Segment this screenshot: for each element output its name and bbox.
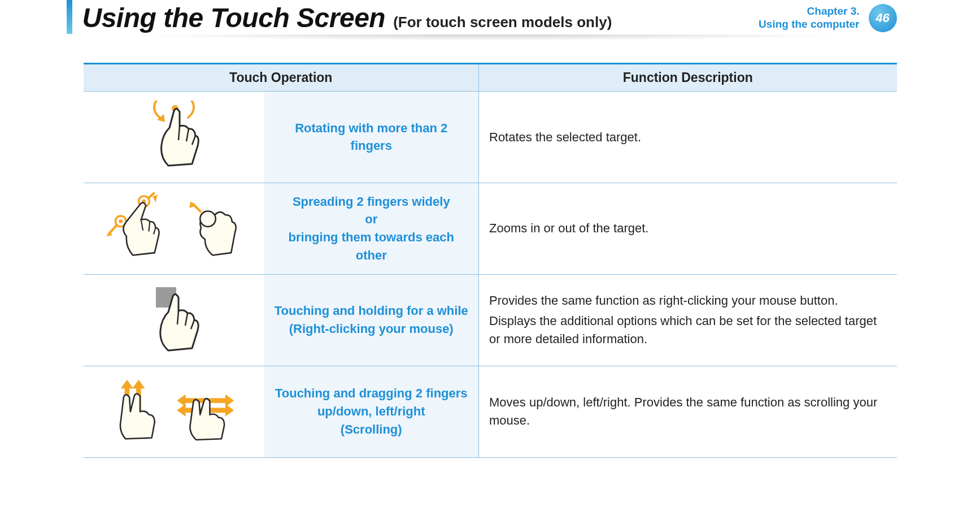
pinch-zoom-gesture-icon [106, 192, 242, 260]
chapter-block: Chapter 3. Using the computer 46 [759, 4, 896, 32]
operation-name: Spreading 2 fingers widely or bringing t… [264, 183, 479, 274]
svg-marker-28 [177, 404, 185, 416]
operation-name: Rotating with more than 2 fingers [264, 92, 479, 183]
table-row: Touching and dragging 2 fingers up/down,… [84, 366, 897, 457]
operation-name: Touching and holding for a while (Right-… [264, 274, 479, 366]
column-header-description: Function Description [479, 64, 897, 92]
chapter-line-1: Chapter 3. [759, 5, 859, 18]
svg-marker-22 [132, 379, 145, 388]
title-block: Using the Touch Screen (For touch screen… [78, 2, 612, 33]
chapter-text: Chapter 3. Using the computer [759, 5, 859, 31]
gesture-icon-cell [84, 183, 264, 274]
svg-marker-29 [225, 404, 233, 416]
svg-point-3 [119, 219, 123, 223]
touch-hold-gesture-icon [129, 284, 219, 352]
two-finger-scroll-gesture-icon [106, 375, 242, 443]
operation-name: Touching and dragging 2 fingers up/down,… [264, 366, 479, 457]
gesture-icon-cell [84, 366, 264, 457]
svg-marker-19 [120, 379, 133, 388]
table-row: Touching and holding for a while (Right-… [84, 274, 897, 366]
chapter-line-2: Using the computer [759, 18, 859, 31]
svg-marker-9 [153, 194, 158, 202]
operation-description: Rotates the selected target. [479, 92, 897, 183]
touch-operations-table: Touch Operation Function Description Rot… [84, 63, 897, 458]
svg-point-16 [200, 211, 215, 226]
header-shadow [67, 34, 914, 47]
operation-description: Provides the same function as right-clic… [479, 274, 897, 366]
table-row: Spreading 2 fingers widely or bringing t… [84, 183, 897, 274]
page-header: Using the Touch Screen (For touch screen… [67, 0, 914, 33]
rotate-gesture-icon [129, 101, 219, 168]
header-accent-bar [67, 0, 72, 34]
column-header-operation: Touch Operation [84, 64, 479, 92]
gesture-icon-cell [84, 274, 264, 366]
table-row: Rotating with more than 2 fingers Rotate… [84, 92, 897, 183]
operation-description: Moves up/down, left/right. Provides the … [479, 366, 897, 457]
page-subtitle: (For touch screen models only) [393, 14, 612, 31]
gesture-icon-cell [84, 92, 264, 183]
page-number: 46 [876, 11, 889, 25]
manual-page: Using the Touch Screen (For touch screen… [67, 0, 914, 481]
page-number-badge: 46 [869, 4, 897, 32]
page-title: Using the Touch Screen [82, 2, 386, 33]
operation-description: Zooms in or out of the target. [479, 183, 897, 274]
